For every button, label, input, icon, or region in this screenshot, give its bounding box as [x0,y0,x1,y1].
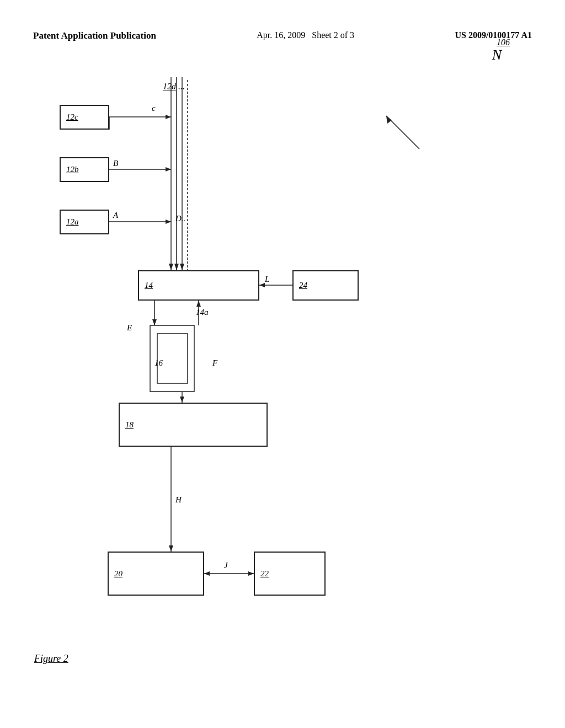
svg-marker-13 [166,220,171,224]
box-20: 20 [108,552,204,596]
publication-number: US 2009/0100177 A1 [455,30,532,40]
svg-marker-7 [180,264,184,270]
label-a: A [113,211,118,220]
svg-marker-25 [169,545,173,552]
publication-title: Patent Application Publication [33,30,156,41]
svg-marker-11 [166,167,171,172]
label-h: H [175,495,182,505]
label-14a: 14a [196,308,209,317]
label-j: J [224,561,228,570]
box-12a: 12a [60,210,109,234]
box-22: 22 [254,552,326,596]
106-label: 106 [497,38,510,47]
svg-marker-28 [248,571,254,576]
n-label: N [492,47,502,63]
patent-diagram: 12c 12b 12a 14 24 18 20 22 12d ... c B A… [0,72,565,728]
box-12c: 12c [60,105,109,130]
label-f: F [212,358,217,368]
publication-date-sheet: Apr. 16, 2009 Sheet 2 of 3 [257,30,354,40]
svg-marker-6 [174,264,179,270]
svg-marker-5 [169,264,173,270]
svg-marker-9 [166,115,171,119]
label-16: 16 [154,358,163,368]
svg-marker-17 [152,319,157,325]
page-header: Patent Application Publication Apr. 16, … [0,30,565,41]
svg-line-29 [386,116,419,149]
box-14: 14 [138,270,259,301]
box-18: 18 [119,403,268,447]
box-12b: 12b [60,157,109,182]
label-d: D.. [175,214,185,223]
figure-label: Figure 2 [34,653,68,665]
label-c: c [152,104,156,113]
label-b: B [113,159,118,168]
label-e: E [127,323,132,333]
svg-marker-27 [204,571,210,576]
svg-marker-15 [259,283,265,287]
label-12d: 12d ... [163,82,185,92]
label-l: L [265,275,269,284]
box-24: 24 [292,270,359,301]
svg-marker-23 [180,397,184,403]
svg-marker-19 [196,301,201,307]
svg-marker-30 [386,116,392,124]
